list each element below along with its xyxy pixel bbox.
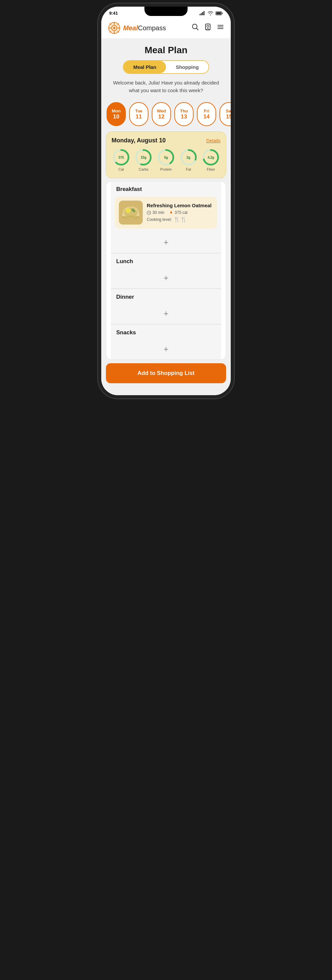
svg-rect-2: [202, 12, 203, 15]
app-header: MealCompass: [101, 18, 231, 38]
flame-icon: [169, 210, 173, 215]
meal-sections-container: Breakfast: [106, 181, 226, 360]
clock-icon: [147, 210, 151, 215]
tab-meal-plan[interactable]: Meal Plan: [123, 61, 166, 73]
add-breakfast-button[interactable]: +: [111, 232, 221, 253]
svg-line-19: [196, 28, 199, 30]
svg-point-17: [113, 27, 115, 29]
nutrition-protein: 5g Protein: [157, 149, 175, 171]
add-lunch-button[interactable]: +: [111, 267, 221, 288]
wifi-icon: [207, 11, 213, 15]
dinner-header: Dinner: [111, 289, 221, 303]
day-card-header: Monday, August 10 Details: [112, 137, 220, 144]
recipe-time: 30 min: [147, 210, 164, 215]
svg-rect-1: [201, 13, 202, 15]
day-chip-mon[interactable]: Mon 10: [107, 102, 126, 126]
signal-icon: [199, 11, 206, 15]
add-dinner-button[interactable]: +: [111, 303, 221, 324]
day-chip-sat[interactable]: Sat 15: [220, 102, 231, 126]
snacks-header: Snacks: [111, 325, 221, 339]
svg-rect-20: [206, 24, 210, 30]
welcome-message: Welcome back, Julia! Have you already de…: [101, 79, 231, 100]
recipe-info-oatmeal: Refreshing Lemon Oatmeal 30 min: [147, 203, 213, 223]
ring-fiber: 4.2g: [202, 149, 220, 166]
recipe-card-oatmeal[interactable]: Refreshing Lemon Oatmeal 30 min: [115, 197, 217, 229]
day-chip-fri[interactable]: Fri 14: [197, 102, 216, 126]
nutrition-carbs: 33g Carbs: [135, 149, 152, 171]
add-breakfast-icon: +: [163, 237, 168, 248]
details-link[interactable]: Details: [206, 138, 220, 143]
day-chip-wed[interactable]: Wed 12: [152, 102, 171, 126]
svg-rect-5: [222, 12, 223, 14]
notch: [144, 6, 188, 16]
cooking-level: Cooking level: 🍴🍴: [147, 216, 213, 223]
tab-switcher: Meal Plan Shopping: [101, 60, 231, 74]
svg-rect-3: [204, 11, 204, 15]
recipe-calories: 375 cal: [169, 210, 188, 215]
add-lunch-icon: +: [163, 273, 168, 283]
logo-text: MealCompass: [123, 24, 166, 32]
add-snacks-icon: +: [163, 344, 168, 354]
status-icons: [199, 11, 223, 15]
add-dinner-icon: +: [163, 309, 168, 319]
search-icon[interactable]: [191, 23, 199, 33]
svg-rect-0: [199, 14, 201, 15]
tab-pill: Meal Plan Shopping: [123, 60, 209, 74]
meal-section-breakfast: Breakfast: [111, 181, 221, 253]
ring-cal: 375: [112, 149, 130, 166]
tab-shopping[interactable]: Shopping: [166, 61, 209, 73]
svg-line-50: [149, 213, 150, 213]
menu-icon[interactable]: [217, 23, 224, 33]
logo: MealCompass: [108, 22, 166, 34]
svg-point-46: [133, 210, 135, 212]
day-card-title: Monday, August 10: [112, 137, 166, 144]
add-to-shopping-button[interactable]: Add to Shopping List: [106, 363, 226, 383]
main-content: Meal Plan Meal Plan Shopping Welcome bac…: [101, 38, 231, 395]
bookmark-icon[interactable]: [204, 23, 212, 33]
page-title: Meal Plan: [101, 38, 231, 60]
nutrition-row: 375 Cal 33g Carbs: [112, 149, 220, 171]
ring-fat: 2g: [180, 149, 197, 166]
recipe-name: Refreshing Lemon Oatmeal: [147, 203, 213, 208]
lunch-header: Lunch: [111, 253, 221, 267]
ring-protein: 5g: [157, 149, 175, 166]
nutrition-fiber: 4.2g Fiber: [202, 149, 220, 171]
day-scroll: Mon 10 Tue 11 Wed 12 Thu 13 Fri 14 Sat 1…: [101, 100, 231, 131]
ring-carbs: 33g: [135, 149, 152, 166]
day-summary-card: Monday, August 10 Details 375 Cal: [106, 131, 226, 178]
meal-section-dinner: Dinner +: [111, 289, 221, 325]
meal-section-lunch: Lunch +: [111, 253, 221, 289]
battery-icon: [215, 11, 223, 15]
meal-section-snacks: Snacks +: [111, 325, 221, 360]
add-snacks-button[interactable]: +: [111, 339, 221, 360]
day-chip-tue[interactable]: Tue 11: [129, 102, 149, 126]
recipe-meta: 30 min 375 cal: [147, 210, 213, 215]
app-logo-icon: [108, 22, 120, 34]
phone-frame: 9:41: [101, 6, 231, 395]
breakfast-header: Breakfast: [111, 181, 221, 195]
nutrition-cal: 375 Cal: [112, 149, 130, 171]
svg-rect-6: [216, 12, 221, 14]
day-chip-thu[interactable]: Thu 13: [174, 102, 194, 126]
nutrition-fat: 2g Fat: [180, 149, 197, 171]
header-actions: [191, 23, 224, 33]
svg-point-21: [207, 25, 209, 27]
status-time: 9:41: [109, 11, 118, 16]
recipe-image-oatmeal: [119, 200, 143, 224]
cooking-level-icon: 🍴🍴: [174, 216, 187, 223]
svg-point-47: [122, 216, 139, 219]
